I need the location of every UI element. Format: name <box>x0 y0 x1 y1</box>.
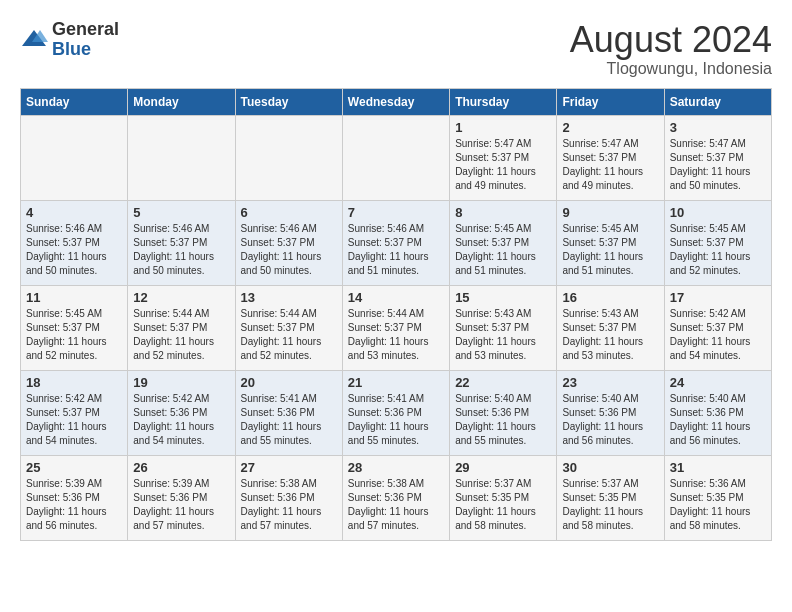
calendar-cell: 29Sunrise: 5:37 AM Sunset: 5:35 PM Dayli… <box>450 455 557 540</box>
weekday-header-sunday: Sunday <box>21 88 128 115</box>
day-number: 15 <box>455 290 551 305</box>
day-number: 23 <box>562 375 658 390</box>
day-info: Sunrise: 5:39 AM Sunset: 5:36 PM Dayligh… <box>133 477 229 533</box>
weekday-header-monday: Monday <box>128 88 235 115</box>
day-number: 3 <box>670 120 766 135</box>
location-title: Tlogowungu, Indonesia <box>570 60 772 78</box>
logo-blue-text: Blue <box>52 39 91 59</box>
calendar-cell: 20Sunrise: 5:41 AM Sunset: 5:36 PM Dayli… <box>235 370 342 455</box>
calendar-cell: 4Sunrise: 5:46 AM Sunset: 5:37 PM Daylig… <box>21 200 128 285</box>
week-row-2: 4Sunrise: 5:46 AM Sunset: 5:37 PM Daylig… <box>21 200 772 285</box>
day-number: 21 <box>348 375 444 390</box>
calendar-cell <box>128 115 235 200</box>
calendar-cell: 22Sunrise: 5:40 AM Sunset: 5:36 PM Dayli… <box>450 370 557 455</box>
calendar-cell: 21Sunrise: 5:41 AM Sunset: 5:36 PM Dayli… <box>342 370 449 455</box>
day-number: 25 <box>26 460 122 475</box>
weekday-header-friday: Friday <box>557 88 664 115</box>
day-info: Sunrise: 5:44 AM Sunset: 5:37 PM Dayligh… <box>133 307 229 363</box>
calendar-cell: 18Sunrise: 5:42 AM Sunset: 5:37 PM Dayli… <box>21 370 128 455</box>
day-info: Sunrise: 5:44 AM Sunset: 5:37 PM Dayligh… <box>241 307 337 363</box>
day-number: 2 <box>562 120 658 135</box>
day-info: Sunrise: 5:36 AM Sunset: 5:35 PM Dayligh… <box>670 477 766 533</box>
logo-general-text: General <box>52 19 119 39</box>
calendar-cell: 3Sunrise: 5:47 AM Sunset: 5:37 PM Daylig… <box>664 115 771 200</box>
day-number: 24 <box>670 375 766 390</box>
calendar-cell: 30Sunrise: 5:37 AM Sunset: 5:35 PM Dayli… <box>557 455 664 540</box>
calendar-cell: 17Sunrise: 5:42 AM Sunset: 5:37 PM Dayli… <box>664 285 771 370</box>
day-info: Sunrise: 5:42 AM Sunset: 5:37 PM Dayligh… <box>670 307 766 363</box>
day-number: 9 <box>562 205 658 220</box>
day-info: Sunrise: 5:40 AM Sunset: 5:36 PM Dayligh… <box>562 392 658 448</box>
calendar-cell: 23Sunrise: 5:40 AM Sunset: 5:36 PM Dayli… <box>557 370 664 455</box>
week-row-1: 1Sunrise: 5:47 AM Sunset: 5:37 PM Daylig… <box>21 115 772 200</box>
weekday-header-tuesday: Tuesday <box>235 88 342 115</box>
calendar-cell: 24Sunrise: 5:40 AM Sunset: 5:36 PM Dayli… <box>664 370 771 455</box>
day-number: 28 <box>348 460 444 475</box>
calendar-cell <box>342 115 449 200</box>
page-header: General Blue August 2024 Tlogowungu, Ind… <box>20 20 772 78</box>
calendar-cell: 31Sunrise: 5:36 AM Sunset: 5:35 PM Dayli… <box>664 455 771 540</box>
weekday-header-wednesday: Wednesday <box>342 88 449 115</box>
day-info: Sunrise: 5:46 AM Sunset: 5:37 PM Dayligh… <box>348 222 444 278</box>
day-number: 8 <box>455 205 551 220</box>
day-info: Sunrise: 5:37 AM Sunset: 5:35 PM Dayligh… <box>562 477 658 533</box>
logo-icon <box>20 26 48 54</box>
day-number: 10 <box>670 205 766 220</box>
calendar-cell: 7Sunrise: 5:46 AM Sunset: 5:37 PM Daylig… <box>342 200 449 285</box>
calendar-cell: 2Sunrise: 5:47 AM Sunset: 5:37 PM Daylig… <box>557 115 664 200</box>
day-number: 6 <box>241 205 337 220</box>
calendar-cell: 13Sunrise: 5:44 AM Sunset: 5:37 PM Dayli… <box>235 285 342 370</box>
month-title: August 2024 <box>570 20 772 60</box>
calendar-cell: 25Sunrise: 5:39 AM Sunset: 5:36 PM Dayli… <box>21 455 128 540</box>
day-info: Sunrise: 5:45 AM Sunset: 5:37 PM Dayligh… <box>26 307 122 363</box>
day-number: 19 <box>133 375 229 390</box>
day-info: Sunrise: 5:46 AM Sunset: 5:37 PM Dayligh… <box>241 222 337 278</box>
day-number: 1 <box>455 120 551 135</box>
calendar-cell: 6Sunrise: 5:46 AM Sunset: 5:37 PM Daylig… <box>235 200 342 285</box>
calendar-cell: 19Sunrise: 5:42 AM Sunset: 5:36 PM Dayli… <box>128 370 235 455</box>
title-block: August 2024 Tlogowungu, Indonesia <box>570 20 772 78</box>
calendar-cell: 15Sunrise: 5:43 AM Sunset: 5:37 PM Dayli… <box>450 285 557 370</box>
day-number: 12 <box>133 290 229 305</box>
day-number: 7 <box>348 205 444 220</box>
weekday-header-row: SundayMondayTuesdayWednesdayThursdayFrid… <box>21 88 772 115</box>
day-info: Sunrise: 5:39 AM Sunset: 5:36 PM Dayligh… <box>26 477 122 533</box>
calendar-cell: 28Sunrise: 5:38 AM Sunset: 5:36 PM Dayli… <box>342 455 449 540</box>
logo: General Blue <box>20 20 119 60</box>
day-info: Sunrise: 5:41 AM Sunset: 5:36 PM Dayligh… <box>348 392 444 448</box>
day-number: 26 <box>133 460 229 475</box>
day-number: 18 <box>26 375 122 390</box>
day-info: Sunrise: 5:40 AM Sunset: 5:36 PM Dayligh… <box>455 392 551 448</box>
day-info: Sunrise: 5:46 AM Sunset: 5:37 PM Dayligh… <box>26 222 122 278</box>
calendar-cell: 14Sunrise: 5:44 AM Sunset: 5:37 PM Dayli… <box>342 285 449 370</box>
calendar-cell: 8Sunrise: 5:45 AM Sunset: 5:37 PM Daylig… <box>450 200 557 285</box>
day-number: 31 <box>670 460 766 475</box>
day-number: 20 <box>241 375 337 390</box>
day-info: Sunrise: 5:41 AM Sunset: 5:36 PM Dayligh… <box>241 392 337 448</box>
day-info: Sunrise: 5:43 AM Sunset: 5:37 PM Dayligh… <box>455 307 551 363</box>
calendar-cell <box>235 115 342 200</box>
weekday-header-thursday: Thursday <box>450 88 557 115</box>
calendar-cell: 5Sunrise: 5:46 AM Sunset: 5:37 PM Daylig… <box>128 200 235 285</box>
calendar-cell: 26Sunrise: 5:39 AM Sunset: 5:36 PM Dayli… <box>128 455 235 540</box>
calendar-cell: 12Sunrise: 5:44 AM Sunset: 5:37 PM Dayli… <box>128 285 235 370</box>
week-row-4: 18Sunrise: 5:42 AM Sunset: 5:37 PM Dayli… <box>21 370 772 455</box>
calendar-cell <box>21 115 128 200</box>
day-number: 13 <box>241 290 337 305</box>
day-info: Sunrise: 5:40 AM Sunset: 5:36 PM Dayligh… <box>670 392 766 448</box>
calendar-cell: 11Sunrise: 5:45 AM Sunset: 5:37 PM Dayli… <box>21 285 128 370</box>
day-info: Sunrise: 5:45 AM Sunset: 5:37 PM Dayligh… <box>562 222 658 278</box>
calendar-table: SundayMondayTuesdayWednesdayThursdayFrid… <box>20 88 772 541</box>
week-row-5: 25Sunrise: 5:39 AM Sunset: 5:36 PM Dayli… <box>21 455 772 540</box>
day-number: 30 <box>562 460 658 475</box>
day-number: 29 <box>455 460 551 475</box>
day-info: Sunrise: 5:47 AM Sunset: 5:37 PM Dayligh… <box>455 137 551 193</box>
day-info: Sunrise: 5:45 AM Sunset: 5:37 PM Dayligh… <box>455 222 551 278</box>
day-number: 14 <box>348 290 444 305</box>
day-info: Sunrise: 5:46 AM Sunset: 5:37 PM Dayligh… <box>133 222 229 278</box>
calendar-cell: 10Sunrise: 5:45 AM Sunset: 5:37 PM Dayli… <box>664 200 771 285</box>
day-number: 17 <box>670 290 766 305</box>
day-number: 11 <box>26 290 122 305</box>
day-info: Sunrise: 5:37 AM Sunset: 5:35 PM Dayligh… <box>455 477 551 533</box>
day-number: 27 <box>241 460 337 475</box>
